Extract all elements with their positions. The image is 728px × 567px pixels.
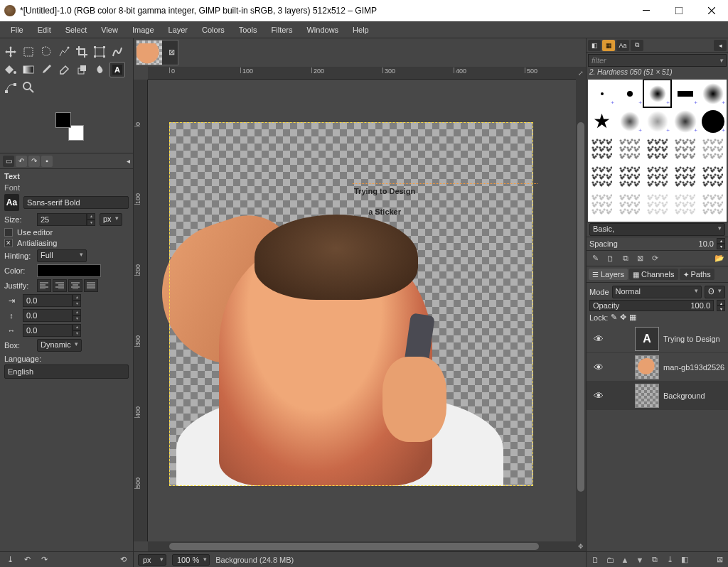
menu-filters[interactable]: Filters xyxy=(265,23,299,36)
font-icon[interactable]: Aa xyxy=(4,194,19,211)
mode-select[interactable]: Normal xyxy=(612,286,702,298)
menu-file[interactable]: File xyxy=(4,23,30,36)
new-group-icon[interactable]: 🗀 xyxy=(604,554,616,566)
canvas-text-content[interactable]: Trying to Design a Sticker xyxy=(354,179,415,220)
brush-item[interactable] xyxy=(588,135,616,163)
horizontal-scrollbar[interactable] xyxy=(148,541,576,551)
images-tab[interactable]: ▪ xyxy=(41,156,53,167)
new-brush-icon[interactable]: 🗋 xyxy=(605,253,616,264)
language-value[interactable]: English xyxy=(4,364,129,379)
close-button[interactable] xyxy=(695,0,728,21)
indent-down[interactable]: ▾ xyxy=(73,301,81,307)
bucket-fill-tool[interactable] xyxy=(3,62,18,77)
lower-layer-icon[interactable]: ▼ xyxy=(634,554,646,566)
maximize-button[interactable] xyxy=(663,0,695,21)
opacity-down[interactable]: ▾ xyxy=(717,306,725,311)
opacity-up[interactable]: ▴ xyxy=(717,300,725,306)
menu-select[interactable]: Select xyxy=(59,23,94,36)
transform-tool[interactable] xyxy=(92,44,107,60)
layer-row[interactable]: 👁 Background xyxy=(587,382,728,410)
layer-name[interactable]: Background xyxy=(663,392,728,400)
text-color-button[interactable] xyxy=(37,264,101,277)
vertical-scrollbar[interactable] xyxy=(576,80,586,541)
minimize-button[interactable] xyxy=(630,0,663,21)
line-down[interactable]: ▾ xyxy=(73,315,81,322)
antialias-checkbox[interactable]: ✕ xyxy=(4,239,13,247)
brush-item[interactable] xyxy=(588,190,616,218)
brush-item[interactable]: + xyxy=(671,107,699,135)
brush-item[interactable] xyxy=(616,190,643,218)
duplicate-brush-icon[interactable]: ⧉ xyxy=(620,253,631,264)
brush-filter-input[interactable]: filter ▾ xyxy=(588,54,727,67)
move-tool[interactable] xyxy=(3,44,18,60)
document-close-icon[interactable]: ⊠ xyxy=(168,48,175,57)
delete-brush-icon[interactable]: ⊠ xyxy=(635,253,646,264)
status-zoom-select[interactable]: 100 % xyxy=(172,554,210,566)
size-down[interactable]: ▾ xyxy=(87,220,95,226)
save-preset-icon[interactable]: ⤓ xyxy=(4,554,16,566)
brush-item[interactable]: + xyxy=(643,107,671,135)
brush-item[interactable]: + xyxy=(616,80,643,107)
brush-item[interactable]: + xyxy=(699,107,727,135)
use-editor-checkbox[interactable] xyxy=(4,228,13,237)
navigation-button[interactable]: ✥ xyxy=(576,541,586,551)
size-unit[interactable]: px xyxy=(100,213,122,226)
spacing-down[interactable]: ▾ xyxy=(717,244,725,249)
delete-layer-icon[interactable]: ⊠ xyxy=(714,554,725,566)
visibility-toggle[interactable]: 👁 xyxy=(587,390,611,401)
justify-left[interactable] xyxy=(37,279,51,292)
layer-row[interactable]: 👁 man-gb193d2526 xyxy=(587,353,728,382)
menu-image[interactable]: Image xyxy=(126,23,161,36)
lock-pixels-icon[interactable]: ✎ xyxy=(611,313,617,322)
brush-preset-select[interactable]: Basic, xyxy=(589,223,725,236)
raise-layer-icon[interactable]: ▲ xyxy=(619,554,631,566)
mask-icon[interactable]: ◧ xyxy=(679,554,690,566)
document-tab[interactable]: ⊠ xyxy=(136,40,178,65)
canvas-viewport[interactable]: Trying to Design a Sticker xyxy=(148,80,576,541)
menu-edit[interactable]: Edit xyxy=(31,23,58,36)
brush-item[interactable]: ★ xyxy=(588,107,616,135)
brush-tab-menu[interactable]: ◂ xyxy=(714,40,727,51)
justify-center[interactable] xyxy=(68,279,82,292)
open-brush-icon[interactable]: 📂 xyxy=(714,253,724,264)
restore-preset-icon[interactable]: ↶ xyxy=(21,554,33,566)
merge-down-icon[interactable]: ⤓ xyxy=(664,554,675,566)
eraser-tool[interactable] xyxy=(56,62,72,77)
visibility-toggle[interactable]: 👁 xyxy=(587,362,611,373)
justify-right[interactable] xyxy=(53,279,67,292)
brush-item[interactable] xyxy=(643,163,671,190)
menu-tools[interactable]: Tools xyxy=(232,23,264,36)
opacity-slider[interactable]: Opacity 100.0 xyxy=(589,300,714,311)
crop-tool[interactable] xyxy=(74,44,90,60)
brush-item[interactable] xyxy=(699,135,727,163)
hinting-select[interactable]: Full xyxy=(37,249,87,262)
spacing-up[interactable]: ▴ xyxy=(717,238,725,244)
tab-paths[interactable]: ✦Paths xyxy=(680,269,714,280)
visibility-toggle[interactable]: 👁 xyxy=(587,333,611,345)
nav-corner-icon[interactable]: ⤢ xyxy=(576,67,586,80)
text-tool[interactable]: A xyxy=(109,62,125,77)
size-up[interactable]: ▴ xyxy=(87,213,95,220)
filter-dropdown-icon[interactable]: ▾ xyxy=(719,57,723,64)
ruler-vertical[interactable]: 0 100 200 300 400 500 xyxy=(134,80,148,541)
menu-help[interactable]: Help xyxy=(346,23,375,36)
smudge-tool[interactable] xyxy=(92,62,107,77)
fuzzy-select-tool[interactable] xyxy=(56,44,72,60)
size-input[interactable] xyxy=(37,213,87,226)
mode-switch[interactable]: ʘ xyxy=(705,286,725,298)
reset-preset-icon[interactable]: ⟲ xyxy=(117,554,129,566)
lock-position-icon[interactable]: ✥ xyxy=(620,313,626,322)
brush-item[interactable] xyxy=(671,190,699,218)
brush-item[interactable] xyxy=(643,135,671,163)
ruler-horizontal[interactable]: 0 100 200 300 400 500 xyxy=(148,67,576,80)
lock-alpha-icon[interactable]: ▦ xyxy=(629,313,636,322)
menu-layer[interactable]: Layer xyxy=(162,23,195,36)
brush-item[interactable] xyxy=(588,163,616,190)
box-select[interactable]: Dynamic xyxy=(37,339,82,352)
paths-tool[interactable] xyxy=(3,80,18,95)
delete-preset-icon[interactable]: ↷ xyxy=(38,554,50,566)
menu-colors[interactable]: Colors xyxy=(196,23,231,36)
justify-fill[interactable] xyxy=(84,279,98,292)
layer-name[interactable]: Trying to Design xyxy=(663,335,728,343)
zoom-tool[interactable] xyxy=(21,80,36,95)
